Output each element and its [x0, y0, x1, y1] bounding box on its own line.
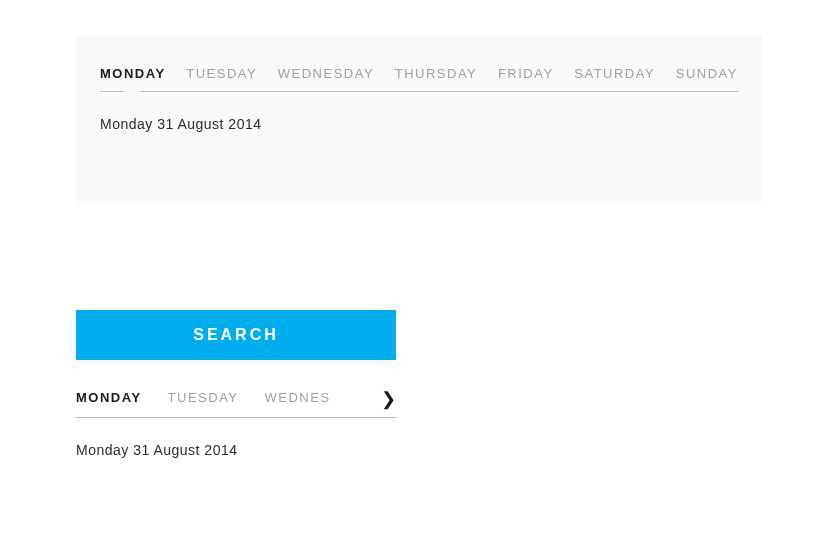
tab-wednesday[interactable]: WEDNES — [265, 390, 331, 405]
tab-wednesday[interactable]: WEDNESDAY — [278, 66, 374, 81]
search-button[interactable]: SEARCH — [76, 310, 396, 360]
tab-saturday[interactable]: SATURDAY — [574, 66, 655, 81]
active-indicator-icon — [96, 410, 112, 418]
tab-friday[interactable]: FRIDAY — [498, 66, 554, 81]
tab-monday[interactable]: MONDAY — [76, 390, 142, 405]
day-tabs: MONDAY TUESDAY WEDNESDAY THURSDAY FRIDAY… — [100, 66, 738, 92]
tab-thursday[interactable]: THURSDAY — [395, 66, 478, 81]
tab-tuesday[interactable]: TUESDAY — [168, 390, 239, 405]
day-tabs-compact: MONDAY TUESDAY WEDNES ❯ — [76, 360, 396, 418]
wide-day-selector: MONDAY TUESDAY WEDNESDAY THURSDAY FRIDAY… — [76, 36, 762, 202]
tab-tuesday[interactable]: TUESDAY — [186, 66, 257, 81]
selected-date: Monday 31 August 2014 — [76, 442, 396, 458]
scroll-right-icon[interactable]: ❯ — [377, 388, 396, 410]
tab-sunday[interactable]: SUNDAY — [676, 66, 738, 81]
active-indicator-icon — [124, 84, 140, 92]
narrow-day-selector: SEARCH MONDAY TUESDAY WEDNES ❯ Monday 31… — [76, 310, 396, 458]
selected-date: Monday 31 August 2014 — [100, 116, 738, 132]
tab-monday[interactable]: MONDAY — [100, 66, 166, 81]
